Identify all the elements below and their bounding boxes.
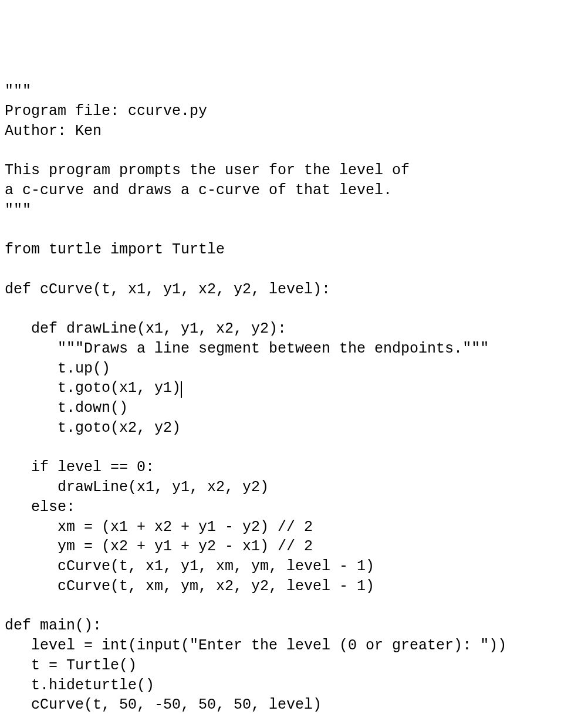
code-line: Program file: ccurve.py <box>5 103 207 120</box>
code-line: """Draws a line segment between the endp… <box>5 340 489 357</box>
code-line: cCurve(t, 50, -50, 50, 50, level) <box>5 696 322 713</box>
code-line: def drawLine(x1, y1, x2, y2): <box>5 320 286 337</box>
code-line: cCurve(t, xm, ym, x2, y2, level - 1) <box>5 578 374 595</box>
code-line: level = int(input("Enter the level (0 or… <box>5 637 506 654</box>
code-line: """ <box>5 83 31 100</box>
code-line: def cCurve(t, x1, y1, x2, y2, level): <box>5 281 330 298</box>
code-editor[interactable]: """ Program file: ccurve.py Author: Ken … <box>5 82 583 728</box>
code-line: cCurve(t, x1, y1, xm, ym, level - 1) <box>5 558 374 575</box>
code-line: t.goto(x2, y2) <box>5 419 181 436</box>
code-line: This program prompts the user for the le… <box>5 162 410 179</box>
code-line: else: <box>5 499 75 516</box>
code-line: t.down() <box>5 399 128 417</box>
code-line: """ <box>5 202 31 219</box>
code-line: t.up() <box>5 360 110 377</box>
code-line: Author: Ken <box>5 123 102 140</box>
code-line: a c-curve and draws a c-curve of that le… <box>5 182 392 199</box>
text-cursor <box>181 381 182 398</box>
code-line: xm = (x1 + x2 + y1 - y2) // 2 <box>5 519 313 536</box>
code-line: drawLine(x1, y1, x2, y2) <box>5 479 269 496</box>
code-line: ym = (x2 + y1 + y2 - x1) // 2 <box>5 538 313 555</box>
code-line: t.goto(x1, y1) <box>5 380 181 397</box>
code-line: def main(): <box>5 617 102 634</box>
code-line: from turtle import Turtle <box>5 241 225 258</box>
code-line: t.hideturtle() <box>5 677 154 694</box>
code-line: if level == 0: <box>5 459 154 476</box>
code-line: t = Turtle() <box>5 657 137 674</box>
